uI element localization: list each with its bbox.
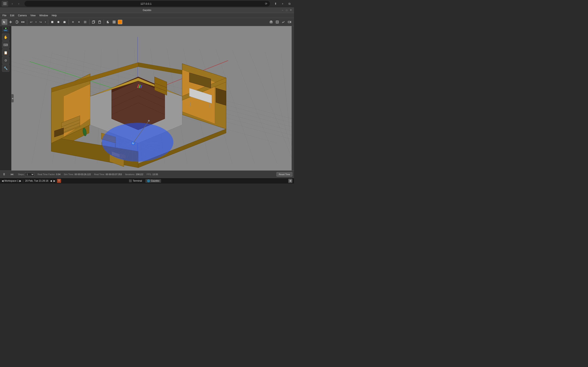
address-input[interactable] (27, 2, 265, 5)
workspace-selector[interactable]: ◀ Workspace 1 ▶ (2, 179, 21, 182)
back-btn[interactable]: ‹ (9, 1, 15, 7)
system-tray-icon[interactable]: 🖥 (288, 179, 292, 183)
status-bar: ⏸ ⏭ Steps: 1 10 100 Real Time Factor: 0.… (0, 170, 294, 178)
menu-file[interactable]: File (1, 14, 8, 17)
rtf-item: Real Time Factor: 0.94 (38, 173, 61, 175)
taskbar-left: ◀ Workspace 1 ▶ | 20 Feb, Tue 21:26:16 ◀… (2, 179, 126, 183)
cylinder-btn[interactable] (62, 19, 67, 25)
snap-btn[interactable] (111, 19, 117, 25)
refresh-btn[interactable]: ⟳ (265, 2, 268, 5)
plot-btn[interactable] (281, 19, 286, 25)
scene-svg (11, 26, 292, 170)
vnc-hand-btn[interactable]: ✋ (2, 33, 9, 41)
scale-tool-btn[interactable] (20, 19, 26, 25)
redo-dropdown-btn[interactable]: ▾ (44, 19, 47, 25)
menu-help[interactable]: Help (50, 14, 58, 17)
menu-window[interactable]: Window (38, 14, 50, 17)
real-time-value: 00 00:03:37.353 (105, 173, 122, 175)
taskbar-nav-right[interactable]: ▶ (53, 179, 55, 182)
vnc-settings-btn[interactable]: ⚙ (2, 57, 9, 64)
vnc-wrench-btn[interactable]: 🔧 (2, 64, 9, 72)
sidebar-collapse-btn[interactable]: ◀ (11, 94, 14, 102)
browser-actions: ⬆ + ⧉ (273, 1, 292, 7)
svg-point-109 (102, 123, 173, 161)
close-btn[interactable]: ✕ (289, 8, 292, 12)
menu-view[interactable]: View (29, 14, 37, 17)
svg-rect-2 (3, 4, 7, 5)
forward-btn[interactable]: › (16, 1, 22, 7)
select-tool-btn[interactable] (2, 19, 7, 25)
log-btn[interactable] (274, 19, 280, 25)
pause-btn[interactable]: ⏸ (2, 172, 7, 177)
sim-time-label: Sim Time: (64, 173, 74, 175)
spotlight-btn[interactable]: ✦ (76, 19, 82, 25)
vnc-logo[interactable]: 🖥 VNC (2, 27, 9, 32)
iterations-value: 206122 (136, 173, 143, 175)
minimize-btn[interactable]: − (281, 8, 284, 12)
taskbar-nav-left[interactable]: ◀ (50, 179, 52, 182)
color-btn[interactable] (118, 20, 122, 24)
iterations-item: Iterations: 206122 (125, 173, 143, 175)
svg-rect-0 (3, 2, 7, 3)
svg-marker-3 (3, 21, 6, 24)
svg-rect-1 (3, 3, 7, 4)
svg-marker-6 (10, 21, 11, 21)
vnc-clipboard-btn[interactable]: 📋 (2, 49, 9, 56)
translate-tool-btn[interactable] (8, 19, 13, 25)
workspace-arrow-right[interactable]: ▶ (19, 179, 21, 182)
address-bar-container: ⟳ (25, 1, 270, 7)
box-btn[interactable] (49, 19, 55, 25)
svg-point-33 (271, 22, 272, 23)
right-scrollbar[interactable] (292, 26, 294, 170)
fps-value: 13.55 (152, 173, 158, 175)
fps-label: FPS: (147, 173, 151, 175)
copy-btn[interactable] (91, 19, 96, 25)
tabs-btn[interactable]: ⧉ (287, 1, 292, 7)
workspace-name: Workspace 1 (4, 179, 18, 182)
svg-rect-22 (92, 21, 94, 24)
svg-marker-9 (11, 22, 12, 22)
step-forward-btn[interactable]: ⏭ (10, 172, 15, 177)
align-btn[interactable] (105, 19, 111, 25)
menu-edit[interactable]: Edit (8, 14, 16, 17)
separator-2 (48, 20, 48, 25)
svg-rect-24 (99, 21, 100, 21)
menu-camera[interactable]: Camera (16, 14, 28, 17)
sphere-btn[interactable] (56, 19, 61, 25)
reset-time-btn[interactable]: Reset Time (277, 172, 292, 176)
new-tab-btn[interactable]: + (280, 1, 285, 7)
real-time-label: Real Time: (94, 173, 105, 175)
svg-point-15 (57, 21, 60, 23)
gazebo-app-btn[interactable]: 🌐 Gazebo (145, 179, 161, 183)
pointlight-btn[interactable]: ☀ (70, 19, 76, 25)
video-btn[interactable] (287, 19, 292, 25)
gazebo-titlebar: Gazebo − □ ✕ (0, 7, 294, 13)
vnc-keyboard-btn[interactable]: ⌨ (2, 41, 9, 49)
svg-marker-144 (216, 88, 226, 105)
share-btn[interactable]: ⬆ (273, 1, 278, 7)
terminal-app-btn[interactable]: ⬛ Terminal (127, 179, 144, 183)
sidebar-toggle-btn[interactable] (2, 1, 8, 7)
undo-btn[interactable]: ↩ (28, 19, 34, 25)
undo-dropdown-btn[interactable]: ▾ (35, 19, 37, 25)
steps-item: Steps: 1 10 100 (18, 173, 34, 176)
directlight-btn[interactable] (82, 19, 88, 25)
screenshot-btn[interactable] (268, 19, 274, 25)
viewport-3d[interactable] (11, 26, 292, 170)
fps-item: FPS: 13.55 (147, 173, 158, 175)
svg-rect-27 (107, 22, 109, 23)
workspace-arrow-left[interactable]: ◀ (2, 179, 3, 182)
main-area: 🖥 VNC ✋ ⌨ 📋 ⚙ 🔧 ◀ (0, 26, 294, 170)
separator-3 (69, 20, 69, 25)
taskbar-separator-1: | (23, 179, 24, 182)
maximize-btn[interactable]: □ (285, 8, 288, 12)
taskbar: ◀ Workspace 1 ▶ | 20 Feb, Tue 21:26:16 ◀… (0, 178, 294, 184)
rotate-tool-btn[interactable] (14, 19, 20, 25)
paste-btn[interactable] (97, 19, 103, 25)
steps-select[interactable]: 1 10 100 (25, 173, 34, 176)
taskbar-terminal-icon[interactable]: T (57, 179, 61, 183)
iterations-label: Iterations: (125, 173, 135, 175)
taskbar-right: 🖥 (288, 179, 292, 183)
redo-btn[interactable]: ↪ (38, 19, 43, 25)
svg-marker-8 (9, 22, 10, 22)
